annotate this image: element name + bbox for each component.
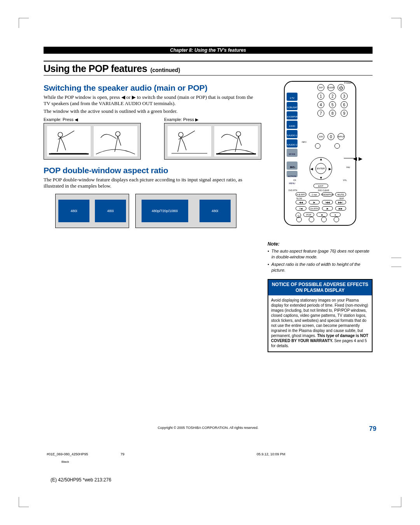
mode-aud1: 5:AUDIO 1 [287, 130, 298, 138]
remote-illustration: POWER SAP SLEEP ⏻ 1:TV 2:CBL/SAT 3:VCR/P… [284, 81, 356, 226]
aspect-example-left: 480i 480i [55, 194, 129, 228]
chrtn-button: CH RTN [309, 206, 320, 211]
number-pad: 1 2 3 4 5 6 7 8 9 [317, 93, 349, 117]
fav-label: FAV [346, 166, 350, 169]
note-item-2: Aspect ratio is the ratio of width to he… [271, 262, 373, 273]
action-menu-button: ACTION MENU [287, 171, 298, 177]
section2-heading: POP double-window aspect ratio [44, 166, 257, 175]
batter-illustration-icon [168, 126, 211, 156]
info-button [315, 143, 320, 149]
power-label: POWER [344, 82, 352, 84]
back-label: BACK [290, 166, 296, 169]
dpad: ENTER ▲ ▼ ◀ ▶ [302, 154, 340, 184]
exit-button: EXIT [313, 184, 328, 188]
menu-button [334, 143, 340, 149]
section1-p2: The window with the active sound is outl… [44, 108, 257, 114]
abrpt-button: A-B RPT [296, 192, 306, 197]
bottom-circle-row [296, 217, 339, 222]
notice-body-pre: Avoid displaying stationary images on yo… [271, 298, 368, 338]
ch-label: CH [293, 179, 296, 181]
section2-p1: The POP double-window feature displays e… [44, 177, 257, 190]
footer-datetime: 05.9.12, 10:09 PM [257, 452, 285, 456]
mode-tv: 1:TV [287, 93, 298, 101]
ff-button: ▶▶ [335, 206, 346, 211]
golfer-illustration-icon [214, 126, 258, 156]
golfer-illustration-icon [94, 126, 137, 156]
crop-mark-right-mid [390, 258, 401, 267]
crop-mark-bl [19, 493, 33, 507]
note-block: Note: The auto aspect feature (page 76) … [268, 241, 373, 273]
section1-heading: Switching the speaker audio (main or POP… [44, 83, 257, 93]
double-window-example-left [44, 123, 141, 160]
aspect-cell-b1: 480p/720p/1080i [142, 200, 188, 222]
section1-p1: While the POP window is open, press ◀ or… [44, 94, 257, 107]
num-1: 1 [317, 93, 324, 100]
num-6: 6 [341, 101, 348, 108]
svg-rect-6 [214, 126, 258, 156]
num-0: 0 [327, 133, 334, 140]
aspect-example-right: 480p/720p/1080i 480i [135, 194, 236, 228]
dvd-rtn-label: DVD RTN [289, 189, 297, 191]
dvd-clear-label: DVD CLEAR [318, 189, 329, 191]
mode-aud2: 6:AUDIO 2 [287, 139, 298, 147]
source-button [309, 217, 314, 222]
print-footer: #01E_069-080_4250HP95 79 05.9.12, 10:09 … [47, 452, 373, 456]
pill-row-0: A-B RPT 1 irpt RNDM/PGM MUTE [296, 192, 346, 197]
num-4: 4 [317, 101, 324, 108]
sleep-button: SLEEP [327, 84, 334, 91]
slow-fwd-button: ▶ [309, 200, 320, 204]
footer-jobid: #01E_069-080_4250HP95 [47, 452, 121, 456]
num-3: 3 [341, 93, 348, 100]
dpad-right-icon: ▶ [329, 167, 331, 171]
skip-prev-button: I◀◀ [322, 200, 333, 204]
skip-label: SKIP [340, 197, 344, 200]
aspect-cell-b2: 480i [200, 200, 231, 222]
num-9: 9 [341, 110, 348, 117]
crop-mark-tr [387, 18, 401, 32]
power-icon: ⏻ [339, 86, 343, 90]
power-button: ⏻ [338, 84, 345, 91]
footer-black: Black [61, 460, 69, 464]
mode-button: MODE [287, 149, 298, 157]
info-label: INFO [302, 141, 306, 143]
num-5: 5 [329, 101, 336, 108]
slow-label: SLOW [296, 197, 302, 200]
example-left-caption: Example: Press ◀ [44, 117, 141, 122]
mute-button: MUTE [335, 192, 346, 197]
rew-button: II◀ [296, 206, 306, 211]
crop-mark-tl [19, 18, 33, 32]
page-number: 79 [369, 425, 376, 433]
svg-rect-2 [94, 126, 137, 156]
pill-row-2: II◀ CH RTN ▶ ▶▶ [296, 206, 346, 211]
note-title: Note: [268, 241, 373, 247]
dw-right-sub [214, 126, 258, 156]
sap-button: SAP [317, 84, 324, 91]
mode-vcr: 3:VCR/PVR [287, 111, 298, 119]
freeze-button [334, 217, 339, 222]
1rpt-button: 1 irpt [309, 192, 320, 197]
footer-page: 79 [121, 452, 257, 456]
batter-illustration-icon [47, 126, 91, 156]
enter-button: ENTER [315, 163, 326, 174]
pop-button: POP [303, 212, 314, 217]
main-title: Using the POP features (continued) [44, 61, 373, 76]
dw-right-main [168, 126, 211, 156]
picmode-button [296, 217, 302, 222]
pill-row-1: ◀◀ ▶ I◀◀ ▶▶I [296, 200, 346, 204]
chapter-header: Chapter 8: Using the TV's features [44, 47, 373, 54]
aspect-cell-a2: 480i [95, 200, 126, 222]
double-window-example-right [164, 123, 261, 160]
main-title-suffix: (continued) [150, 67, 180, 73]
dw-left-main [47, 126, 91, 156]
favscan-button [321, 217, 327, 222]
mode-cbl: 2:CBL/SAT [287, 102, 298, 110]
footer-model: (E) 42/50HP95 *web 213:276 [51, 477, 111, 483]
input-button: INPUT [338, 133, 345, 140]
rndm-button: RNDM/PGM [322, 192, 333, 197]
notice-title: NOTICE OF POSSIBLE ADVERSE EFFECTS ON PL… [268, 280, 372, 295]
plasma-notice: NOTICE OF POSSIBLE ADVERSE EFFECTS ON PL… [268, 279, 373, 352]
notice-body: Avoid displaying stationary images on yo… [268, 295, 372, 351]
num-7: 7 [317, 110, 324, 117]
svg-rect-4 [168, 126, 211, 156]
arrow-indicator: ◀ ▶ [353, 156, 362, 162]
